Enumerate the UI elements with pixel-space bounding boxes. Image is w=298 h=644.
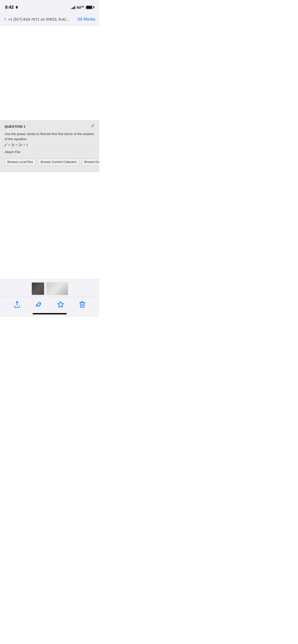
network-type: 5GUC: [77, 5, 84, 9]
status-right: 5GUC: [71, 5, 94, 9]
all-media-link[interactable]: All Media: [77, 17, 95, 22]
delete-button[interactable]: [76, 300, 88, 309]
back-chevron-icon: ‹: [4, 16, 6, 22]
button-row: Browse Local Files Browse Content Collec…: [5, 156, 95, 168]
thumbnails-bar: [0, 279, 99, 297]
browse-dropbox-button[interactable]: Browse Dropbox: [82, 158, 99, 166]
star-icon: [57, 301, 64, 308]
back-button[interactable]: ‹: [4, 17, 6, 22]
battery: [86, 6, 94, 9]
bottom-toolbar: [0, 297, 99, 311]
status-time: 8:42: [5, 5, 19, 10]
markup-button[interactable]: [33, 300, 45, 309]
white-space-bottom: [0, 172, 99, 279]
status-bar: 8:42 5GUC: [0, 0, 99, 13]
svg-marker-0: [58, 301, 63, 307]
thumbnail-2[interactable]: [46, 282, 68, 295]
location-icon: [15, 6, 19, 9]
browse-content-collection-button[interactable]: Browse Content Collection: [38, 158, 79, 166]
signal-bar-1: [71, 8, 71, 9]
trash-icon: [79, 301, 86, 308]
share-icon: [13, 301, 21, 308]
home-bar: [33, 313, 67, 314]
main-content: ↗ QUESTION 1 Use the power series to fin…: [0, 26, 99, 279]
white-space-top: [0, 26, 99, 120]
share-button[interactable]: [11, 300, 23, 309]
browse-local-files-button[interactable]: Browse Local Files: [5, 158, 36, 166]
signal-bar-2: [72, 8, 73, 9]
favorite-button[interactable]: [55, 300, 67, 309]
signal-bars: [71, 6, 75, 9]
screenshot-inner: ↗ QUESTION 1 Use the power series to fin…: [0, 120, 99, 172]
nav-title: +1 (917) 618-7671 on 5/9/23, 8:42...: [8, 17, 77, 21]
screenshot-area: ↗ QUESTION 1 Use the power series to fin…: [0, 120, 99, 172]
home-indicator: [0, 311, 99, 317]
signal-bar-4: [74, 6, 75, 9]
thumbnail-1[interactable]: [32, 282, 44, 295]
question-label: QUESTION 1: [5, 125, 95, 128]
attach-file-label: Attach File: [5, 150, 95, 154]
equation: y’ + 3y = 2x + 1: [5, 143, 95, 147]
question-text: Use the power series to find teh first f…: [5, 131, 95, 141]
signal-bar-3: [73, 7, 74, 9]
markup-icon: [35, 301, 42, 308]
nav-bar: ‹ +1 (917) 618-7671 on 5/9/23, 8:42... A…: [0, 13, 99, 26]
